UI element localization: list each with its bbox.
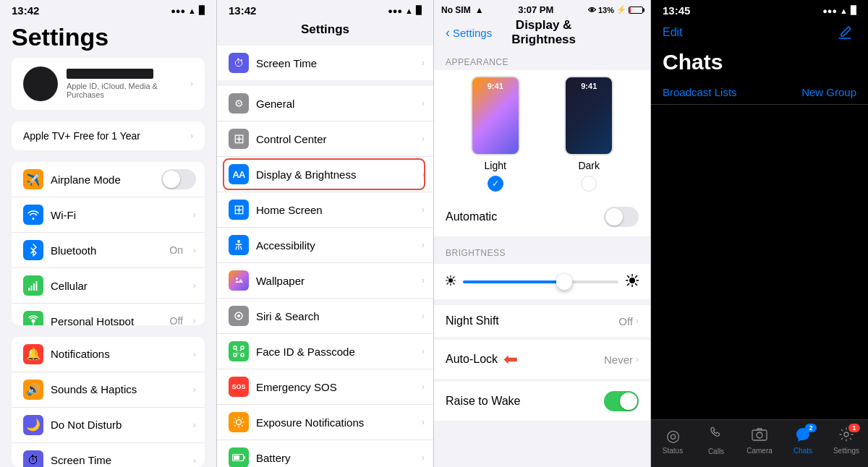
panel2-time: 13:42: [229, 4, 256, 17]
slider-thumb[interactable]: [556, 274, 572, 290]
automatic-label: Automatic: [446, 210, 497, 223]
p2-display-chevron: ›: [422, 169, 425, 179]
p2-item-siri[interactable]: Siri & Search ›: [217, 299, 433, 334]
p2-home-screen-chevron: ›: [422, 205, 425, 215]
svg-line-24: [447, 277, 448, 278]
p2-wallpaper-icon: [229, 270, 249, 291]
brightness-high-icon: [626, 274, 639, 289]
screen-time-icon: ⏱: [23, 450, 43, 467]
p2-siri-label: Siri & Search: [256, 310, 414, 322]
p2-item-wallpaper[interactable]: Wallpaper ›: [217, 263, 433, 299]
bluetooth-label: Bluetooth: [51, 244, 162, 257]
profile-chevron: ›: [190, 79, 193, 89]
panel3-battery-bar: [629, 7, 643, 14]
airplane-mode-toggle[interactable]: [161, 169, 196, 189]
wa-nav-chats[interactable]: 2 Chats: [785, 427, 821, 455]
chats-nav-badge-container: 2: [795, 427, 811, 445]
p2-item-accessibility[interactable]: Accessibility ›: [217, 228, 433, 263]
p2-item-home-screen[interactable]: ⊞ Home Screen ›: [217, 192, 433, 228]
apple-tv-row[interactable]: Apple TV+ Free for 1 Year ›: [12, 121, 205, 150]
profile-name-redacted: [67, 69, 153, 79]
dark-mode-radio[interactable]: [581, 176, 597, 192]
edit-button[interactable]: Edit: [663, 26, 683, 39]
svg-point-38: [757, 432, 762, 438]
auto-lock-chevron: ›: [636, 354, 639, 364]
auto-lock-row[interactable]: Auto-Lock ⬅ Never ›: [434, 340, 650, 379]
p2-item-control-center[interactable]: ⊞ Control Center ›: [217, 121, 433, 157]
settings-item-personal-hotspot[interactable]: Personal Hotspot Off ›: [12, 304, 205, 325]
settings-item-screen-time[interactable]: ⏱ Screen Time ›: [12, 443, 205, 467]
raise-to-wake-section: Raise to Wake: [434, 382, 650, 421]
p2-item-general[interactable]: ⚙ General ›: [217, 86, 433, 121]
wa-tabs: Broadcast Lists New Group: [651, 80, 868, 105]
panel4-battery-icon: ▉: [851, 6, 856, 15]
back-button[interactable]: ‹ Settings: [446, 25, 492, 40]
raise-to-wake-toggle[interactable]: [604, 391, 639, 411]
svg-point-15: [237, 420, 242, 425]
auto-lock-label: Auto-Lock: [446, 353, 498, 366]
light-mode-radio[interactable]: [488, 176, 503, 192]
wifi-label: Wi-Fi: [51, 209, 186, 221]
bluetooth-chevron: ›: [193, 245, 196, 255]
wa-nav-status[interactable]: ◎ Status: [655, 427, 691, 455]
profile-row[interactable]: Apple ID, iCloud, Media & Purchases ›: [12, 58, 205, 110]
automatic-toggle[interactable]: [604, 207, 639, 227]
p2-item-faceid[interactable]: Face ID & Passcode ›: [217, 334, 433, 369]
p2-item-battery[interactable]: Battery ›: [217, 440, 433, 467]
panel4-wifi-icon: ▲: [840, 7, 848, 15]
p2-exposure-label: Exposure Notifications: [256, 416, 414, 429]
brightness-slider[interactable]: [463, 280, 618, 283]
brightness-section: [434, 264, 650, 299]
airplane-mode-label: Airplane Mode: [51, 173, 154, 186]
dark-mode-option[interactable]: 9:41 Dark: [564, 76, 613, 192]
panel2-section2: ⚙ General › ⊞ Control Center › AA Displa…: [217, 86, 433, 467]
wa-nav-calls[interactable]: Calls: [698, 426, 734, 455]
status-nav-label: Status: [663, 447, 683, 455]
night-shift-row[interactable]: Night Shift Off ›: [434, 305, 650, 337]
settings-item-notifications[interactable]: 🔔 Notifications ›: [12, 337, 205, 372]
settings-item-dnd[interactable]: 🌙 Do Not Disturb ›: [12, 408, 205, 443]
svg-rect-9: [234, 346, 237, 349]
new-group-button[interactable]: New Group: [801, 86, 856, 98]
wa-nav-camera[interactable]: Camera: [741, 427, 778, 455]
panel4-whatsapp-chats: 13:45 ●●● ▲ ▉ Edit Chats Broadcast Lists…: [651, 0, 868, 467]
svg-line-35: [635, 276, 637, 278]
p2-item-screen-time[interactable]: ⏱ Screen Time ›: [217, 46, 433, 80]
dnd-chevron: ›: [193, 420, 196, 430]
p2-item-exposure[interactable]: Exposure Notifications ›: [217, 405, 433, 440]
chats-nav-label: Chats: [793, 447, 812, 455]
signal-icon: ●●●: [171, 7, 185, 15]
svg-rect-18: [234, 455, 239, 460]
p2-faceid-label: Face ID & Passcode: [256, 346, 414, 358]
svg-line-33: [628, 276, 629, 278]
p2-item-emergency-sos[interactable]: SOS Emergency SOS ›: [217, 369, 433, 405]
settings-item-airplane-mode[interactable]: ✈️ Airplane Mode: [12, 162, 205, 197]
p2-battery-label: Battery: [256, 452, 414, 464]
p2-accessibility-chevron: ›: [422, 240, 425, 250]
p2-item-display-brightness[interactable]: AA Display & Brightness ›: [217, 157, 433, 192]
airplane-mode-icon: ✈️: [23, 169, 43, 189]
p2-faceid-chevron: ›: [422, 346, 425, 356]
svg-rect-1: [31, 286, 33, 291]
settings-item-wifi[interactable]: Wi-Fi ›: [12, 197, 205, 233]
apple-tv-chevron: ›: [190, 131, 193, 141]
light-mode-option[interactable]: 9:41 Light: [471, 76, 520, 192]
panel3-battery-pct: 13%: [598, 6, 614, 14]
svg-rect-3: [36, 281, 38, 291]
settings-item-cellular[interactable]: Cellular ›: [12, 268, 205, 304]
settings-item-bluetooth[interactable]: Bluetooth On ›: [12, 233, 205, 268]
p2-home-screen-icon: ⊞: [229, 200, 249, 220]
wa-nav-settings[interactable]: 1 Settings: [828, 427, 864, 455]
chats-title: Chats: [663, 50, 856, 74]
dark-mode-preview: 9:41: [564, 76, 613, 155]
calls-nav-label: Calls: [708, 447, 724, 455]
p2-battery-icon: [229, 447, 249, 467]
settings-item-sounds[interactable]: 🔊 Sounds & Haptics ›: [12, 372, 205, 408]
screen-time-label: Screen Time: [51, 454, 186, 466]
settings-nav-badge-container: 1: [838, 427, 854, 445]
svg-point-13: [237, 350, 238, 351]
appearance-section-header: APPEARANCE: [434, 51, 650, 70]
compose-button[interactable]: [833, 21, 856, 44]
broadcast-lists-tab[interactable]: Broadcast Lists: [663, 83, 737, 101]
p2-display-label: Display & Brightness: [256, 168, 414, 181]
